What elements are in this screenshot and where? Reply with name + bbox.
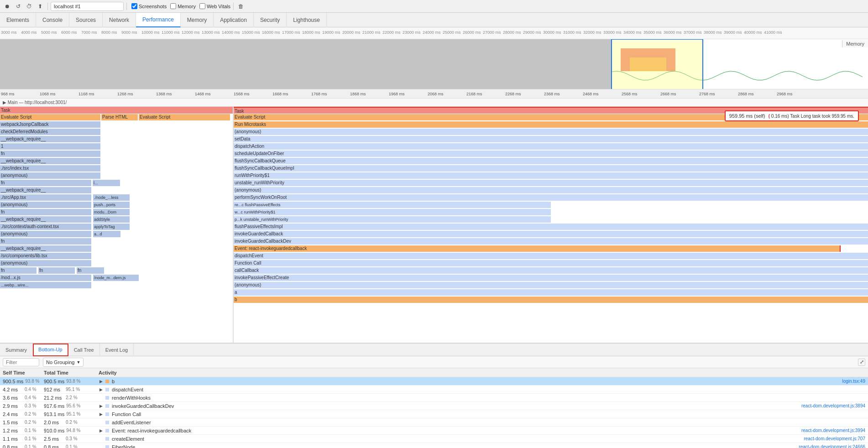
flame-bar-wc[interactable]: w...c runWithPriority$1 <box>234 209 551 215</box>
filter-input[interactable] <box>3 358 39 366</box>
tab-performance[interactable]: Performance <box>136 13 181 27</box>
flame-bar-anon-1[interactable]: (anonymous) <box>0 172 100 179</box>
cell-source-6[interactable]: react-dom.development.js:3994 <box>731 428 868 433</box>
expand-arrow-7[interactable] <box>99 437 103 441</box>
performance-overview[interactable]: Memory <box>0 39 868 89</box>
cell-source-0[interactable]: login.tsx:49 <box>731 379 868 384</box>
memory-checkbox[interactable] <box>170 3 176 9</box>
flame-bar-invoke-passive[interactable]: invokePassiveEffectCreate <box>234 275 868 281</box>
table-row-6[interactable]: 1.2 ms0.1 %910.0 ms94.8 %▶Event: react-i… <box>0 427 868 435</box>
tab-lighthouse[interactable]: Lighthouse <box>287 13 327 27</box>
flame-bar-anon-4[interactable]: (anonymous) <box>0 260 91 266</box>
flame-bar-invoke-guarded-dev[interactable]: invokeGuardedCallbackDev <box>234 238 868 245</box>
table-row-0[interactable]: 900.5 ms93.8 %900.5 ms93.8 %▶blogin.tsx:… <box>0 377 868 385</box>
table-row-2[interactable]: 3.6 ms0.4 %21.2 ms2.2 %renderWithHooks <box>0 394 868 402</box>
screenshots-checkbox-label[interactable]: Screenshots <box>131 3 167 9</box>
tab-network[interactable]: Network <box>103 13 136 27</box>
flame-bar-webpack-require-5[interactable]: __webpack_require__ <box>0 245 91 252</box>
expand-arrow-8[interactable] <box>99 445 103 448</box>
flame-bar-nod-xjs[interactable]: /nod...x.js <box>0 275 91 281</box>
expand-icon[interactable]: ⤢ <box>858 359 865 366</box>
expand-arrow-2[interactable] <box>99 396 103 400</box>
flame-bar-1[interactable]: 1 <box>0 143 100 150</box>
flame-bar-flush-sync-impl[interactable]: flushSyncCallbackQueueImpl <box>234 165 868 172</box>
col-header-self-time[interactable]: Self Time <box>0 370 41 375</box>
expand-arrow-1[interactable]: ▶ <box>99 387 103 392</box>
flame-bar-rec[interactable]: re...c flushPassiveEffects <box>234 202 551 208</box>
flame-right[interactable]: Task Evaluate Script Run Microtasks (ano… <box>234 107 868 343</box>
cell-source-8[interactable]: react-dom.development.js:24666 <box>731 444 868 448</box>
flame-bar-task-left[interactable]: Task <box>0 107 233 114</box>
webvitals-checkbox-label[interactable]: Web Vitals <box>199 3 230 9</box>
flame-bar-a-d[interactable]: a...d <box>93 231 120 237</box>
flame-bar-pk[interactable]: p...k unstable_runWithPriority <box>234 216 551 223</box>
flame-bar-applytotag[interactable]: applyToTag <box>93 224 130 230</box>
flame-bar-invoke-guarded[interactable]: invokeGuardedCallback <box>234 231 868 237</box>
screenshots-checkbox[interactable] <box>131 3 137 9</box>
webvitals-checkbox[interactable] <box>199 3 205 9</box>
table-row-5[interactable]: 1.5 ms0.2 %2.0 ms0.2 %addEventListener <box>0 418 868 427</box>
bottom-tab-call-tree[interactable]: Call Tree <box>68 344 100 356</box>
col-header-total-time[interactable]: Total Time <box>41 370 96 375</box>
flame-bar-push-ports[interactable]: push...ports <box>93 202 130 208</box>
table-row-8[interactable]: 0.8 ms0.1 %0.8 ms0.1 %FiberNodereact-dom… <box>0 443 868 448</box>
table-row-4[interactable]: 2.4 ms0.2 %913.1 ms95.1 %▶Function Call <box>0 410 868 418</box>
reload-button[interactable]: ↺ <box>14 2 23 11</box>
timer-button[interactable]: ⏱ <box>25 2 34 11</box>
trash-button[interactable]: 🗑 <box>236 2 246 11</box>
flame-bar-src-index[interactable]: ./src/index.tsx <box>0 165 100 172</box>
flame-bar-webpack-require-1[interactable]: __webpack_require__ <box>0 136 100 142</box>
flame-bar-webpack-require-2[interactable]: __webpack_require__ <box>0 158 100 164</box>
expand-arrow-3[interactable]: ▶ <box>99 404 103 408</box>
table-row-3[interactable]: 2.9 ms0.3 %917.6 ms95.6 %▶invokeGuardedC… <box>0 402 868 410</box>
flame-bar-flush-sync[interactable]: flushSyncCallbackQueue <box>234 158 868 164</box>
expand-arrow-0[interactable]: ▶ <box>99 379 103 384</box>
tab-memory[interactable]: Memory <box>181 13 214 27</box>
cell-source-3[interactable]: react-dom.development.js:3894 <box>731 403 868 408</box>
flame-bar-schedule-update[interactable]: scheduleUpdateOnFiber <box>234 151 868 157</box>
flame-bar-unstable-run[interactable]: unstable_runWithPriority <box>234 180 868 186</box>
flame-bar-anon-2[interactable]: (anonymous) <box>0 202 91 208</box>
flame-bar-anon-right-3[interactable]: (anonymous) <box>234 282 868 288</box>
tab-sources[interactable]: Sources <box>69 13 103 27</box>
stop-recording-button[interactable]: ⏺ <box>3 2 12 11</box>
flame-bar-fn-2b[interactable]: l... <box>93 180 120 186</box>
tab-elements[interactable]: Elements <box>0 13 36 27</box>
flame-bar-function-call[interactable]: Function Call <box>234 260 868 266</box>
grouping-dropdown[interactable]: No Grouping ▼ <box>43 358 84 367</box>
flame-bar-fn-7[interactable]: fn <box>77 267 104 274</box>
flame-chart[interactable]: 959.95 ms (self) ( 0.16 ms) Task Long ta… <box>0 107 868 343</box>
flame-bar-eval-script-2[interactable]: Evaluate Script <box>139 114 230 120</box>
table-row-7[interactable]: 1.1 ms0.1 %2.5 ms0.3 %createElementreact… <box>0 435 868 443</box>
bottom-tab-event-log[interactable]: Event Log <box>100 344 134 356</box>
flame-bar-run-microtasks[interactable]: Run Microtasks <box>234 121 868 128</box>
flame-bar-a[interactable]: a <box>234 289 868 296</box>
tab-security[interactable]: Security <box>254 13 287 27</box>
flame-bar-flush-passive[interactable]: flushPassiveEffectsImpl <box>234 224 868 230</box>
flame-bar-parse-html[interactable]: Parse HTML <box>101 114 138 120</box>
expand-arrow-5[interactable] <box>99 420 103 425</box>
flame-bar-components-lib[interactable]: /src/components/lib.tsx <box>0 253 91 259</box>
flame-bar-webp-wire[interactable]: ...webp...wire... <box>0 282 91 288</box>
flame-bar-anon-right-2[interactable]: (anonymous) <box>234 187 868 193</box>
flame-bar-fn-5[interactable]: fn <box>0 267 37 274</box>
flame-bar-fn-3[interactable]: fn <box>0 209 91 215</box>
flame-left[interactable]: Task Evaluate Script Parse HTML Evaluate… <box>0 107 233 343</box>
flame-bar-eval-script-1[interactable]: Evaluate Script <box>0 114 100 120</box>
flame-bar-anon-3[interactable]: (anonymous) <box>0 231 91 237</box>
flame-bar-run-with-priority-1[interactable]: runWithPriority$1 <box>234 172 868 179</box>
flame-bar-fn-6[interactable]: fn <box>38 267 75 274</box>
memory-checkbox-label[interactable]: Memory <box>170 3 196 9</box>
flame-bar-fn-4[interactable]: fn <box>0 238 91 245</box>
flame-bar-node-less[interactable]: ./node_...less <box>93 194 130 201</box>
flame-bar-auth-context[interactable]: ./src/context/auth-context.tsx <box>0 224 91 230</box>
table-row-1[interactable]: 4.2 ms0.4 %912 ms95.1 %▶dispatchEvent <box>0 385 868 394</box>
flame-bar-webpack-require-3[interactable]: __webpack_require__ <box>0 187 91 193</box>
flame-bar-b[interactable]: b <box>234 297 868 303</box>
flame-bar-dispatch-event[interactable]: dispatchEvent <box>234 253 868 259</box>
flame-bar-webpack-jsonp[interactable]: webpackJsonpCallback <box>0 121 100 128</box>
upload-button[interactable]: ⬆ <box>36 2 45 11</box>
flame-bar-perf-sync[interactable]: performSyncWorkOnRoot <box>234 194 868 201</box>
tab-application[interactable]: Application <box>214 13 254 27</box>
flame-bar-anon-right[interactable]: (anonymous) <box>234 129 868 135</box>
